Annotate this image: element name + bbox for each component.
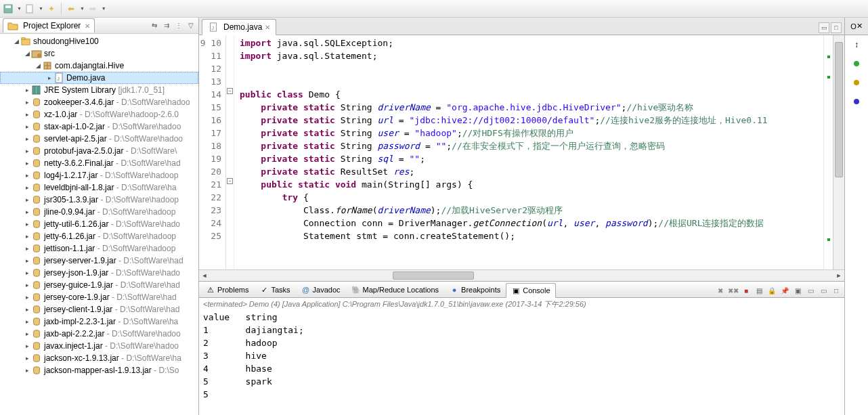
outline-item-icon[interactable] bbox=[850, 57, 863, 70]
new-icon[interactable] bbox=[24, 3, 35, 14]
mapreduce-icon: 🐘 bbox=[351, 285, 361, 294]
jar-node[interactable]: ▸zookeeper-3.4.6.jar - D:\SoftWare\hadoo bbox=[0, 96, 198, 108]
jar-node[interactable]: ▸jersey-server-1.9.jar - D:\SoftWare\had bbox=[0, 255, 198, 267]
maximize-icon[interactable]: □ bbox=[831, 22, 842, 33]
editor-tab-demo[interactable]: J Demo.java ✕ bbox=[202, 19, 276, 35]
close-icon[interactable]: ✕ bbox=[85, 22, 90, 30]
jar-node[interactable]: ▸jaxb-api-2.2.2.jar - D:\SoftWare\hadoo bbox=[0, 328, 198, 340]
project-icon bbox=[20, 36, 31, 47]
jar-icon bbox=[31, 353, 42, 364]
dropdown-arrow-icon[interactable]: ▼ bbox=[17, 6, 22, 11]
jar-icon bbox=[31, 280, 42, 290]
jar-node[interactable]: ▸jsr305-1.3.9.jar - D:\SoftWare\hadoop bbox=[0, 194, 198, 206]
jar-icon bbox=[31, 304, 42, 315]
back-icon[interactable]: ⬅ bbox=[66, 3, 77, 14]
jar-icon bbox=[31, 341, 42, 351]
pin-console-icon[interactable]: 📌 bbox=[779, 285, 790, 296]
jar-node[interactable]: ▸jackson-xc-1.9.13.jar - D:\SoftWare\ha bbox=[0, 352, 198, 364]
package-node[interactable]: ◢com.dajangtai.Hive bbox=[0, 60, 198, 72]
forward-icon[interactable]: ➡ bbox=[87, 3, 98, 14]
fold-marker-icon[interactable]: − bbox=[227, 88, 233, 94]
scroll-left-icon[interactable]: ◄ bbox=[199, 270, 210, 281]
jar-node[interactable]: ▸stax-api-1.0-2.jar - D:\SoftWare\hadoo bbox=[0, 121, 198, 133]
tab-mapreduce[interactable]: 🐘Map/Reduce Locations bbox=[346, 282, 445, 297]
jar-icon bbox=[31, 206, 42, 217]
jar-node[interactable]: ▸xz-1.0.jar - D:\SoftWare\hadoop-2.6.0 bbox=[0, 108, 198, 121]
display-console-icon[interactable]: ▣ bbox=[792, 285, 803, 296]
problems-icon: ⚠ bbox=[206, 285, 215, 294]
jar-node[interactable]: ▸jaxb-impl-2.2.3-1.jar - D:\SoftWare\ha bbox=[0, 315, 198, 328]
view-menu-icon[interactable]: ▽ bbox=[186, 21, 196, 30]
star-icon[interactable]: ✦ bbox=[46, 3, 57, 14]
code-content[interactable]: import java.sql.SQLException; import jav… bbox=[234, 35, 823, 269]
vertical-scrollbar[interactable] bbox=[833, 35, 844, 269]
dropdown-arrow-icon[interactable]: ▼ bbox=[39, 6, 43, 11]
jar-icon bbox=[31, 316, 42, 327]
main-toolbar: ▼ ▼ ✦ ⬅ ▼ ➡ ▼ bbox=[0, 0, 868, 18]
jar-node[interactable]: ▸jersey-json-1.9.jar - D:\SoftWare\hado bbox=[0, 267, 198, 279]
dropdown-arrow-icon[interactable]: ▼ bbox=[102, 6, 106, 11]
jar-node[interactable]: ▸jetty-util-6.1.26.jar - D:\SoftWare\had… bbox=[0, 218, 198, 230]
jar-node[interactable]: ▸jline-0.9.94.jar - D:\SoftWare\hadoop bbox=[0, 206, 198, 218]
tab-tasks[interactable]: ✓Tasks bbox=[254, 282, 295, 297]
jar-node[interactable]: ▸leveldbjni-all-1.8.jar - D:\SoftWare\ha bbox=[0, 181, 198, 194]
jar-node[interactable]: ▸jettison-1.1.jar - D:\SoftWare\hadoop bbox=[0, 242, 198, 255]
console-output[interactable]: value string 1 dajiangtai; 2 hadoop 3 hi… bbox=[199, 311, 844, 415]
code-editor[interactable]: 9 10 11 12 13 14 15 16 17 18 19 20 21 22… bbox=[199, 35, 844, 269]
jar-node[interactable]: ▸jackson-mapper-asl-1.9.13.jar - D:\So bbox=[0, 364, 198, 376]
project-node[interactable]: ◢shoudongHive100 bbox=[0, 35, 198, 47]
jar-icon bbox=[31, 146, 42, 156]
jar-node[interactable]: ▸servlet-api-2.5.jar - D:\SoftWare\hadoo bbox=[0, 133, 198, 145]
jar-node[interactable]: ▸javax.inject-1.jar - D:\SoftWare\hadoo bbox=[0, 340, 198, 352]
close-icon[interactable]: ✕ bbox=[265, 24, 270, 31]
jar-icon bbox=[31, 133, 42, 144]
folder-icon bbox=[7, 20, 18, 31]
tab-problems[interactable]: ⚠Problems bbox=[200, 282, 254, 297]
svg-rect-4 bbox=[22, 38, 25, 40]
jar-node[interactable]: ▸jersey-guice-1.9.jar - D:\SoftWare\had bbox=[0, 279, 198, 291]
folding-ruler[interactable]: − − bbox=[226, 35, 234, 269]
jar-node[interactable]: ▸jersey-core-1.9.jar - D:\SoftWare\had bbox=[0, 291, 198, 303]
scrollbar-thumb[interactable] bbox=[393, 271, 474, 280]
jar-node[interactable]: ▸jersey-client-1.9.jar - D:\SoftWare\had bbox=[0, 303, 198, 315]
project-tree[interactable]: ◢shoudongHive100 ◢src ◢com.dajangtai.Hiv… bbox=[0, 34, 198, 415]
source-folder-icon bbox=[31, 48, 42, 59]
overview-ruler[interactable] bbox=[823, 35, 833, 269]
jar-node[interactable]: ▸jetty-6.1.26.jar - D:\SoftWare\hadoop bbox=[0, 230, 198, 242]
collapse-all-icon[interactable]: ⇆ bbox=[150, 21, 159, 30]
jar-icon bbox=[31, 328, 42, 339]
open-console-icon[interactable]: ▭ bbox=[805, 285, 816, 296]
console-header: <terminated> Demo (4) [Java Application]… bbox=[199, 298, 844, 311]
horizontal-scrollbar[interactable]: ◄ ► bbox=[199, 269, 844, 281]
link-editor-icon[interactable]: ⇉ bbox=[162, 21, 171, 30]
jar-icon bbox=[31, 267, 42, 278]
jar-node[interactable]: ▸netty-3.6.2.Final.jar - D:\SoftWare\had bbox=[0, 157, 198, 169]
outline-tab[interactable]: O ✕ bbox=[845, 18, 868, 35]
minimize-icon[interactable]: ▭ bbox=[819, 22, 829, 33]
scroll-right-icon[interactable]: ► bbox=[833, 270, 844, 281]
jre-library-node[interactable]: ▸JRE System Library [jdk1.7.0_51] bbox=[0, 84, 198, 96]
remove-launch-icon[interactable]: ✖ bbox=[715, 285, 726, 296]
terminate-icon[interactable]: ■ bbox=[741, 285, 752, 296]
jar-node[interactable]: ▸log4j-1.2.17.jar - D:\SoftWare\hadoop bbox=[0, 169, 198, 181]
scroll-lock-icon[interactable]: 🔒 bbox=[766, 285, 777, 296]
minimize-icon[interactable]: ▭ bbox=[818, 285, 829, 296]
outline-item-icon[interactable] bbox=[850, 95, 863, 108]
editor-tab-label: Demo.java bbox=[223, 22, 262, 32]
jar-node[interactable]: ▸protobuf-java-2.5.0.jar - D:\SoftWare\ bbox=[0, 145, 198, 157]
tab-breakpoints[interactable]: ●Breakpoints bbox=[444, 282, 506, 297]
fold-marker-icon[interactable]: − bbox=[227, 178, 233, 184]
outline-item-icon[interactable] bbox=[850, 76, 863, 89]
project-explorer-tab[interactable]: Project Explorer ✕ bbox=[3, 18, 95, 32]
java-file-node[interactable]: ▸JDemo.java bbox=[0, 72, 198, 84]
sync-icon[interactable]: ↕ bbox=[850, 38, 863, 51]
dropdown-arrow-icon[interactable]: ▼ bbox=[80, 6, 85, 11]
save-icon[interactable] bbox=[3, 3, 14, 14]
remove-all-icon[interactable]: ✖✖ bbox=[728, 285, 739, 296]
maximize-icon[interactable]: □ bbox=[831, 285, 842, 296]
src-folder-node[interactable]: ◢src bbox=[0, 47, 198, 60]
clear-console-icon[interactable]: ▤ bbox=[754, 285, 764, 296]
tab-console[interactable]: ▣Console bbox=[506, 283, 555, 298]
filter-icon[interactable]: ⋮ bbox=[174, 21, 183, 30]
tab-javadoc[interactable]: @Javadoc bbox=[296, 282, 346, 297]
